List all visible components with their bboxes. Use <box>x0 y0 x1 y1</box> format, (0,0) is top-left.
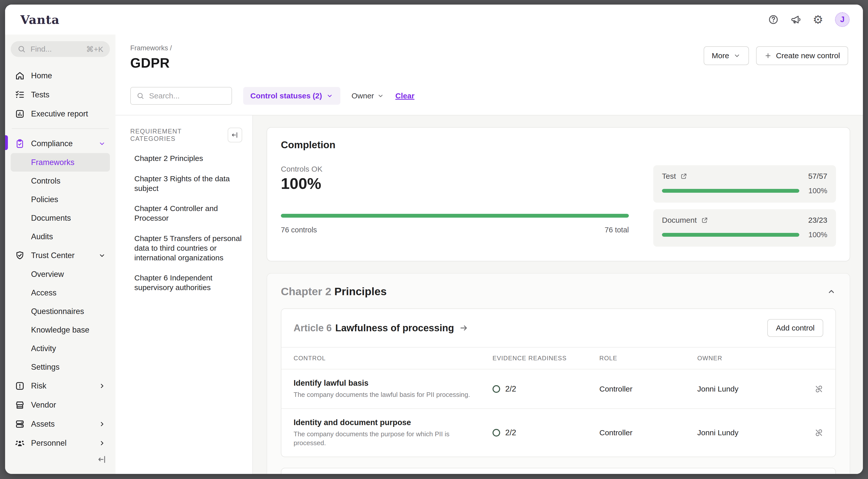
sidebar-item-risk[interactable]: Risk <box>11 376 110 395</box>
sidebar-item-documents[interactable]: Documents <box>11 209 110 227</box>
more-button-label: More <box>712 51 729 60</box>
controls-table-header: CONTROL EVIDENCE READINESS ROLE OWNER <box>281 347 835 370</box>
chapter-prefix: Chapter 2 <box>281 285 331 297</box>
unlink-icon[interactable] <box>809 428 823 437</box>
document-stat-label: Document <box>662 216 697 224</box>
external-link-icon[interactable] <box>680 172 688 180</box>
sidebar-item-personnel[interactable]: Personnel <box>11 434 110 453</box>
chevron-down-icon <box>98 140 106 148</box>
control-owner: Jonni Lundy <box>697 428 809 437</box>
sidebar-item-assets[interactable]: Assets <box>11 414 110 434</box>
sidebar-item-policies[interactable]: Policies <box>11 190 110 209</box>
search-input[interactable]: Search... <box>130 87 232 105</box>
sidebar-item-questionnaires[interactable]: Questionnaires <box>11 302 110 321</box>
global-search-input[interactable]: Find... ⌘+K <box>11 41 110 57</box>
chapter-title: Chapter 2 Principles <box>281 285 387 298</box>
search-placeholder: Search... <box>149 92 180 100</box>
control-title[interactable]: Identify lawful basis <box>293 379 493 388</box>
collapse-categories-button[interactable] <box>228 128 242 142</box>
control-statuses-label: Control statuses (2) <box>250 92 322 100</box>
control-statuses-filter[interactable]: Control statuses (2) <box>243 87 340 105</box>
column-owner: OWNER <box>697 355 809 362</box>
sidebar-item-label: Vendor <box>31 401 56 410</box>
collapse-chapter-button[interactable] <box>827 287 836 296</box>
article-prefix: Article 6 <box>293 323 332 333</box>
sidebar-item-label: Trust Center <box>31 251 74 260</box>
sidebar-item-knowledge-base[interactable]: Knowledge base <box>11 321 110 339</box>
announcements-icon[interactable] <box>790 14 801 25</box>
control-owner: Jonni Lundy <box>697 385 809 393</box>
document-stat-card: Document 23/23 100% <box>653 209 836 247</box>
category-item-chapter-3[interactable]: Chapter 3 Rights of the data subject <box>130 174 242 193</box>
sidebar-item-overview[interactable]: Overview <box>11 265 110 284</box>
avatar[interactable]: J <box>835 12 850 27</box>
chevron-down-icon <box>98 252 106 259</box>
add-control-button[interactable]: Add control <box>767 319 823 337</box>
control-description: The company documents the lawful basis f… <box>293 390 475 399</box>
article-6-title[interactable]: Article 6 Lawfulness of processing <box>293 323 468 333</box>
external-link-icon[interactable] <box>701 216 709 224</box>
bar-chart-icon <box>15 109 25 119</box>
category-item-chapter-4[interactable]: Chapter 4 Controller and Processor <box>130 204 242 223</box>
sidebar-item-controls[interactable]: Controls <box>11 171 110 190</box>
sidebar-item-label: Home <box>31 71 52 81</box>
sidebar-item-home[interactable]: Home <box>11 66 110 85</box>
settings-icon[interactable]: ⚙ <box>813 14 823 25</box>
breadcrumb[interactable]: Frameworks / <box>130 44 172 52</box>
help-icon[interactable] <box>768 14 779 25</box>
sidebar-item-tests[interactable]: Tests <box>11 85 110 104</box>
completion-progress-bar <box>281 214 629 218</box>
table-row[interactable]: Identity and document purpose The compan… <box>281 408 835 457</box>
controls-ok-value: 100% <box>281 174 629 192</box>
category-item-chapter-6[interactable]: Chapter 6 Independent supervisory author… <box>130 273 242 292</box>
filter-bar: Search... Control statuses (2) Owner Cle… <box>116 77 863 116</box>
chevron-right-icon <box>98 439 106 447</box>
document-progress-pct: 100% <box>806 231 827 239</box>
desktop-frame: Vanta ⚙ J Find... ⌘+K Ho <box>0 0 868 479</box>
collapse-panel-icon <box>231 131 239 139</box>
chevron-down-icon <box>377 92 384 99</box>
column-control: CONTROL <box>293 355 493 362</box>
test-progress-pct: 100% <box>806 187 827 195</box>
sidebar-item-label: Assets <box>31 419 55 429</box>
alert-square-icon <box>15 381 25 391</box>
chevron-right-icon <box>98 382 106 390</box>
category-item-chapter-5[interactable]: Chapter 5 Transfers of personal data to … <box>130 234 242 262</box>
more-button[interactable]: More <box>704 46 749 65</box>
sidebar-item-label: Personnel <box>31 439 67 448</box>
requirement-categories-heading: REQUIREMENT CATEGORIES <box>130 128 228 142</box>
controls-count: 76 controls <box>281 226 317 234</box>
search-icon <box>136 92 145 100</box>
sidebar-item-vendor[interactable]: Vendor <box>11 395 110 414</box>
sidebar-collapse-button[interactable] <box>94 453 110 466</box>
table-row[interactable]: Identify lawful basis The company docume… <box>281 370 835 408</box>
collapse-panel-icon <box>97 455 107 464</box>
sidebar-item-compliance[interactable]: Compliance <box>11 134 110 153</box>
evidence-ring-icon <box>493 385 500 393</box>
chevron-down-icon <box>733 52 741 60</box>
control-title[interactable]: Identity and document purpose <box>293 418 493 427</box>
home-icon <box>15 71 25 81</box>
chapter-2-section: Chapter 2 Principles <box>267 273 850 474</box>
sidebar-item-trust-center[interactable]: Trust Center <box>11 246 110 265</box>
sidebar-item-frameworks[interactable]: Frameworks <box>11 153 110 171</box>
clear-filters-link[interactable]: Clear <box>395 92 414 100</box>
unlink-icon[interactable] <box>809 385 823 393</box>
controls-total: 76 total <box>605 226 629 234</box>
sidebar-item-label: Compliance <box>31 139 73 148</box>
sidebar-item-access[interactable]: Access <box>11 284 110 302</box>
category-item-chapter-2[interactable]: Chapter 2 Principles <box>130 154 242 163</box>
create-new-control-button[interactable]: Create new control <box>756 46 848 65</box>
sidebar-item-settings[interactable]: Settings <box>11 358 110 376</box>
document-stat-count: 23/23 <box>808 216 827 224</box>
test-stat-count: 57/57 <box>808 172 827 181</box>
sidebar-item-activity[interactable]: Activity <box>11 339 110 358</box>
evidence-count: 2/2 <box>505 384 516 393</box>
sidebar-item-executive-report[interactable]: Executive report <box>11 104 110 123</box>
search-icon <box>17 45 26 54</box>
checklist-icon <box>15 90 25 100</box>
search-placeholder: Find... <box>31 45 52 54</box>
sidebar-divider <box>12 128 109 129</box>
owner-filter[interactable]: Owner <box>351 92 384 100</box>
sidebar-item-audits[interactable]: Audits <box>11 227 110 246</box>
